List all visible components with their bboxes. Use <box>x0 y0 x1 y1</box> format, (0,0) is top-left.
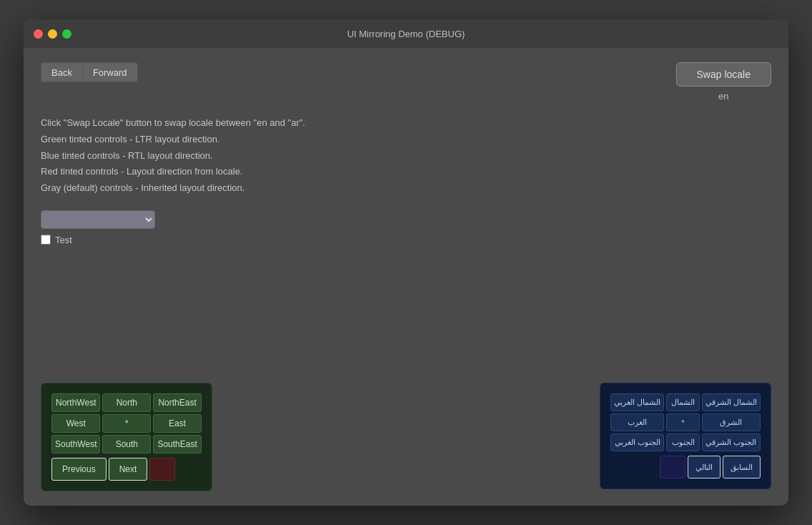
desc-line1: Click "Swap Locale" button to swap local… <box>41 116 771 131</box>
ltr-northeast-btn[interactable]: NorthEast <box>153 393 202 412</box>
ltr-grid: NorthWest North NorthEast West * East So… <box>51 393 202 453</box>
rtl-northeast-btn[interactable]: الشمال الشرقي <box>702 393 761 411</box>
ltr-northwest-btn[interactable]: NorthWest <box>51 393 100 412</box>
rtl-south-btn[interactable]: الجنوب <box>666 433 700 451</box>
app-window: UI Mirroring Demo (DEBUG) Back Forward S… <box>24 19 788 506</box>
checkbox-label: Test <box>55 235 72 245</box>
ltr-next-btn[interactable]: Next <box>109 458 148 481</box>
panels-row: NorthWest North NorthEast West * East So… <box>41 340 771 491</box>
rtl-southwest-btn[interactable]: الجنوب الغربي <box>610 433 664 451</box>
ltr-east-btn[interactable]: East <box>153 414 202 433</box>
ltr-southeast-btn[interactable]: SouthEast <box>153 435 202 453</box>
ltr-center-btn[interactable]: * <box>102 414 151 433</box>
rtl-nav-row: السابق التالي <box>610 456 761 479</box>
nav-buttons: Back Forward <box>41 62 138 82</box>
rtl-previous-btn[interactable]: السابق <box>723 456 761 479</box>
swap-locale-button[interactable]: Swap locale <box>676 62 772 87</box>
forward-button[interactable]: Forward <box>82 62 138 82</box>
ltr-north-btn[interactable]: North <box>102 393 151 412</box>
top-bar: Back Forward Swap locale en <box>41 62 771 102</box>
rtl-north-btn[interactable]: الشمال <box>666 393 700 411</box>
desc-line5: Gray (default) controls - Inherited layo… <box>41 181 771 196</box>
locale-value: en <box>718 91 728 102</box>
rtl-color-swatch <box>660 456 685 479</box>
maximize-button[interactable] <box>62 29 71 39</box>
rtl-panel: الشمال الشرقي الشمال الشمال الغربي الشرق… <box>600 383 771 489</box>
close-button[interactable] <box>34 29 43 39</box>
desc-line2: Green tinted controls - LTR layout direc… <box>41 132 771 147</box>
rtl-center-btn[interactable]: * <box>666 413 700 431</box>
window-title: UI Mirroring Demo (DEBUG) <box>347 29 465 39</box>
ltr-south-btn[interactable]: South <box>102 435 151 453</box>
ltr-color-swatch <box>149 458 175 481</box>
minimize-button[interactable] <box>48 29 57 39</box>
main-content: Back Forward Swap locale en Click "Swap … <box>24 48 788 506</box>
traffic-lights <box>34 29 71 39</box>
rtl-next-btn[interactable]: التالي <box>688 456 721 479</box>
ltr-west-btn[interactable]: West <box>51 414 100 433</box>
ltr-southwest-btn[interactable]: SouthWest <box>51 435 100 453</box>
select-control[interactable] <box>41 210 155 229</box>
ltr-previous-btn[interactable]: Previous <box>51 458 107 481</box>
rtl-grid: الشمال الشرقي الشمال الشمال الغربي الشرق… <box>610 393 761 451</box>
titlebar: UI Mirroring Demo (DEBUG) <box>24 19 788 48</box>
rtl-southeast-btn[interactable]: الجنوب الشرقي <box>702 433 761 451</box>
test-checkbox[interactable] <box>41 235 51 245</box>
description: Click "Swap Locale" button to swap local… <box>41 116 771 197</box>
swap-locale-area: Swap locale en <box>676 62 772 102</box>
rtl-east-btn[interactable]: الشرق <box>702 413 761 431</box>
checkbox-row: Test <box>41 235 771 245</box>
desc-line4: Red tinted controls - Layout direction f… <box>41 165 771 180</box>
ltr-panel: NorthWest North NorthEast West * East So… <box>41 383 212 491</box>
rtl-west-btn[interactable]: الغرب <box>610 413 664 431</box>
ltr-nav-row: Previous Next <box>51 458 202 481</box>
back-button[interactable]: Back <box>41 62 82 82</box>
desc-line3: Blue tinted controls - RTL layout direct… <box>41 149 771 164</box>
controls-row <box>41 210 771 229</box>
rtl-northwest-btn[interactable]: الشمال الغربي <box>610 393 664 411</box>
